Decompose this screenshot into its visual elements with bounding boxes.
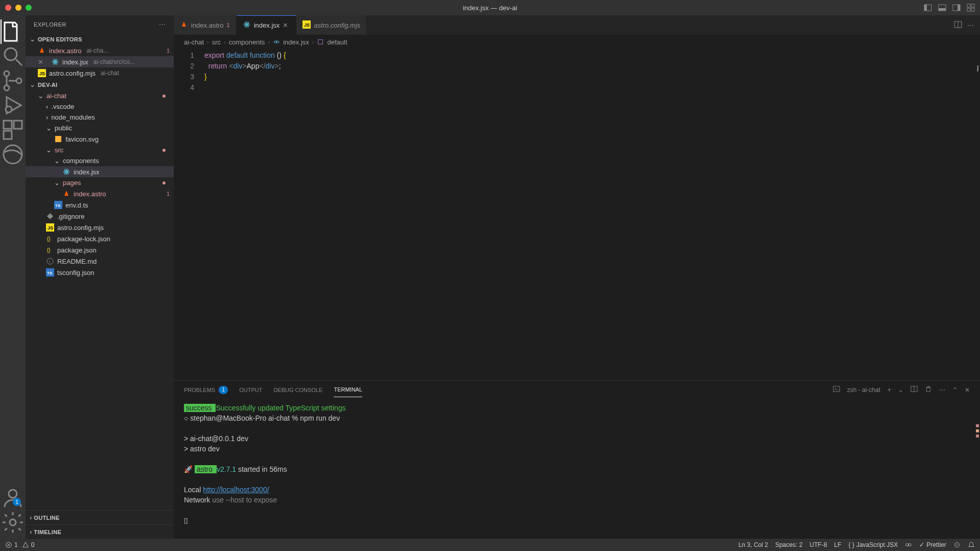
svg-text:TS: TS xyxy=(55,203,61,208)
settings-activity[interactable] xyxy=(1,510,25,535)
errors-status[interactable]: 1 xyxy=(5,541,18,548)
folder-item[interactable]: ⌄ public xyxy=(26,123,174,133)
language-status[interactable]: { } JavaScript JSX xyxy=(849,541,898,548)
minimap-indicator: I xyxy=(977,64,979,74)
svg-point-21 xyxy=(10,519,16,525)
svg-text:{}: {} xyxy=(47,236,51,242)
open-editor-item[interactable]: JS astro.config.mjs ai-chat xyxy=(26,67,174,79)
folder-item[interactable]: ⌄ ai-chat xyxy=(26,90,174,101)
close-panel-icon[interactable]: ✕ xyxy=(965,386,970,394)
line-numbers: 1 2 3 4 xyxy=(174,49,204,380)
layout-sidebar-right-icon[interactable] xyxy=(952,4,961,12)
timeline-section[interactable]: › TIMELINE xyxy=(26,524,174,539)
svg-rect-1 xyxy=(924,5,927,11)
folder-item[interactable]: ⌄ components xyxy=(26,155,174,166)
editor-tab[interactable]: JS astro.config.mjs xyxy=(296,15,367,35)
file-item[interactable]: TS env.d.ts xyxy=(26,199,174,211)
code-editor[interactable]: 1 2 3 4 export default function () { ret… xyxy=(174,49,980,380)
terminal-shell-label[interactable]: zsh - ai-chat xyxy=(847,386,880,394)
folder-item[interactable]: › .vscode xyxy=(26,101,174,112)
json-file-icon: {} xyxy=(46,235,54,243)
explorer-activity[interactable] xyxy=(1,19,25,44)
terminal-shell-icon xyxy=(833,385,840,394)
editor-tab[interactable]: index.astro 1 xyxy=(174,15,237,35)
editor-tab[interactable]: index.jsx ✕ xyxy=(237,15,297,35)
feedback-status[interactable] xyxy=(953,541,961,548)
maximize-panel-icon[interactable]: ⌃ xyxy=(952,386,958,394)
new-terminal-icon[interactable]: + xyxy=(888,386,891,394)
ts-file-icon: TS xyxy=(54,201,62,209)
symbol-module-icon xyxy=(317,38,324,46)
gitignore-file-icon xyxy=(46,212,54,220)
file-item[interactable]: TS tsconfig.json xyxy=(26,267,174,278)
terminal-tab[interactable]: TERMINAL xyxy=(334,382,362,397)
minimize-window-button[interactable] xyxy=(15,5,21,11)
file-item[interactable]: i README.md xyxy=(26,256,174,267)
file-item[interactable]: {} package.json xyxy=(26,244,174,256)
svg-rect-3 xyxy=(939,8,946,11)
svg-rect-5 xyxy=(958,5,960,11)
js-file-icon: JS xyxy=(46,223,54,232)
sidebar-more-icon[interactable]: ⋯ xyxy=(159,20,166,28)
file-item[interactable]: {} package-lock.json xyxy=(26,233,174,244)
svg-text:i: i xyxy=(49,259,50,264)
prettier-status[interactable]: ✓ Prettier xyxy=(919,541,946,548)
open-editor-item[interactable]: ✕ index.jsx ai-chat/src/co... xyxy=(26,56,174,67)
chevron-right-icon: › xyxy=(312,39,314,45)
terminal-output[interactable]: success Successfully updated TypeScript … xyxy=(174,399,980,539)
code-content[interactable]: export default function () { return <div… xyxy=(204,49,970,380)
layout-panel-icon[interactable] xyxy=(938,4,946,12)
svg-rect-53 xyxy=(318,40,323,44)
warnings-status[interactable]: 0 xyxy=(22,541,35,548)
close-tab-icon[interactable]: ✕ xyxy=(283,21,290,29)
extensions-activity[interactable] xyxy=(1,118,25,142)
copilot-status[interactable] xyxy=(905,541,912,548)
open-editor-item[interactable]: index.astro ai-cha... 1 xyxy=(26,45,174,56)
chevron-right-icon: › xyxy=(46,103,48,110)
more-actions-icon[interactable]: ⋯ xyxy=(967,21,974,29)
kill-terminal-icon[interactable] xyxy=(925,385,932,394)
output-tab[interactable]: OUTPUT xyxy=(239,383,262,397)
svg-point-15 xyxy=(6,106,12,112)
file-item[interactable]: index.jsx xyxy=(26,166,174,177)
svg-file-icon xyxy=(54,135,62,143)
terminal-more-icon[interactable]: ⋯ xyxy=(939,386,945,394)
svg-point-58 xyxy=(906,543,908,546)
open-editors-section[interactable]: ⌄ OPEN EDITORS xyxy=(26,33,174,45)
folder-item[interactable]: ⌄ pages xyxy=(26,177,174,188)
outline-section[interactable]: › OUTLINE xyxy=(26,510,174,524)
debug-console-tab[interactable]: DEBUG CONSOLE xyxy=(273,383,322,397)
debug-activity[interactable] xyxy=(1,93,25,118)
file-item[interactable]: JS astro.config.mjs xyxy=(26,222,174,233)
eol-status[interactable]: LF xyxy=(834,541,842,548)
close-editor-icon[interactable]: ✕ xyxy=(38,58,46,66)
terminal-dropdown-icon[interactable]: ⌄ xyxy=(898,386,903,394)
breadcrumbs[interactable]: ai-chat › src › components › index.jsx ›… xyxy=(174,35,980,49)
split-terminal-icon[interactable] xyxy=(911,385,918,394)
edge-activity[interactable] xyxy=(1,142,25,167)
file-item[interactable]: favicon.svg xyxy=(26,133,174,145)
svg-point-51 xyxy=(276,41,277,43)
account-activity[interactable]: 1 xyxy=(1,486,25,510)
project-section[interactable]: ⌄ DEV-AI xyxy=(26,79,174,90)
customize-layout-icon[interactable] xyxy=(967,4,975,12)
folder-item[interactable]: › node_modules xyxy=(26,112,174,123)
sidebar-title: EXPLORER xyxy=(34,21,66,28)
split-editor-icon[interactable] xyxy=(954,20,962,30)
layout-sidebar-left-icon[interactable] xyxy=(924,4,932,12)
file-item[interactable]: index.astro 1 xyxy=(26,188,174,199)
search-activity[interactable] xyxy=(1,44,25,68)
encoding-status[interactable]: UTF-8 xyxy=(810,541,827,548)
file-item[interactable]: .gitignore xyxy=(26,211,174,222)
problems-tab[interactable]: PROBLEMS 1 xyxy=(184,382,228,398)
folder-item[interactable]: ⌄ src xyxy=(26,145,174,155)
cursor-position-status[interactable]: Ln 3, Col 2 xyxy=(738,541,768,548)
close-window-button[interactable] xyxy=(5,5,11,11)
js-file-icon: JS xyxy=(38,69,46,77)
astro-file-icon xyxy=(62,190,71,198)
notifications-status[interactable] xyxy=(968,541,975,548)
maximize-window-button[interactable] xyxy=(26,5,32,11)
source-control-activity[interactable] xyxy=(1,68,25,93)
indentation-status[interactable]: Spaces: 2 xyxy=(775,541,802,548)
minimap[interactable]: I xyxy=(970,49,980,380)
